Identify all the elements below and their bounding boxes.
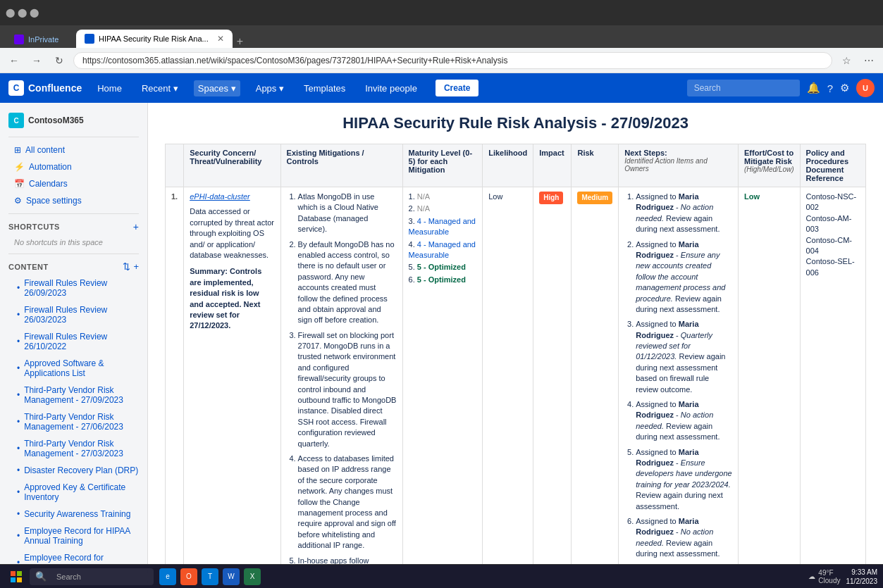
back-button[interactable]: ← (6, 52, 23, 69)
start-button[interactable] (6, 568, 27, 586)
sidebar-item-all-content[interactable]: ⊞ All content (0, 142, 147, 158)
sidebar-item-vendor-1[interactable]: • Third-Party Vendor Risk Management - 2… (0, 382, 147, 408)
notification-icon[interactable]: 🔔 (807, 82, 820, 94)
svg-rect-0 (11, 571, 16, 576)
content-add-icon[interactable]: + (133, 261, 139, 272)
tab-favicon (85, 34, 94, 44)
taskbar-excel-icon[interactable]: X (244, 568, 261, 585)
content-sort-icon[interactable]: ⇅ (123, 261, 130, 272)
page-icon-9: • (17, 487, 20, 497)
nav-recent[interactable]: Recent ▾ (137, 80, 183, 96)
taskbar-edge-icon[interactable]: e (159, 568, 176, 585)
space-header[interactable]: C ContosoM365 (0, 108, 147, 132)
sidebar-item-drp[interactable]: • Disaster Recovery Plan (DRP) (0, 462, 147, 479)
row-1-mitigation-1: Atlas MongoDB in use which is a Cloud Na… (298, 192, 397, 235)
settings-button[interactable]: ⋯ (860, 52, 877, 69)
sidebar-item-firewall-1[interactable]: • Firewall Rules Review 26/09/2023 (0, 275, 147, 301)
nav-spaces[interactable]: Spaces ▾ (194, 80, 240, 96)
row-1-concern: ePHI-data-cluster Data accessed or corru… (184, 187, 280, 565)
row-1-policy-3: Contoso-CM-004 (806, 235, 860, 257)
th-effort: Effort/Cost to Mitigate Risk (High/Med/L… (738, 144, 800, 187)
inprivate-favicon (14, 35, 24, 44)
confluence-logo[interactable]: C Confluence (8, 80, 82, 96)
row-1-concern-link[interactable]: ePHI-data-cluster (190, 192, 250, 201)
row-1-mitigation-4: Access to databases limited based on IP … (298, 453, 397, 551)
shortcuts-add-button[interactable]: + (133, 221, 139, 232)
row-1-action-2: Assigned to Maria Rodriguez - Ensure any… (636, 239, 732, 315)
th-likelihood: Likelihood (483, 144, 533, 187)
browser-chrome: ⬤⬤⬤ (0, 0, 883, 25)
user-avatar[interactable]: U (856, 79, 875, 97)
taskbar-outlook-icon[interactable]: O (180, 568, 197, 585)
content-header: CONTENT ⇅ + (0, 258, 147, 275)
sidebar-item-vendor-3[interactable]: • Third-Party Vendor Risk Management - 2… (0, 435, 147, 462)
tab-close-icon[interactable]: ✕ (217, 34, 224, 44)
content-actions: ⇅ + (123, 261, 139, 272)
th-impact: Impact (533, 144, 572, 187)
logo-letter: C (13, 83, 20, 93)
th-concern: Security Concern/ Threat/Vulnerability (184, 144, 280, 187)
th-policy: Policy and Procedures Document Reference (800, 144, 865, 187)
th-risk: Risk (572, 144, 619, 187)
taskbar-clock: 9:33 AM 11/2/2023 (846, 568, 878, 586)
weather-desc: Cloudy (818, 577, 840, 584)
sidebar-item-firewall-2[interactable]: • Firewall Rules Review 26/03/2023 (0, 301, 147, 328)
address-bar[interactable]: https://contosom365.atlassian.net/wiki/s… (73, 52, 832, 69)
sidebar-divider-2 (8, 213, 139, 214)
sidebar-item-automation[interactable]: ⚡ Automation (0, 158, 147, 175)
svg-rect-1 (17, 571, 22, 576)
time-display: 9:33 AM (846, 568, 878, 577)
automation-icon: ⚡ (14, 162, 25, 172)
taskbar-search-input[interactable] (49, 570, 148, 584)
search-input[interactable] (687, 80, 800, 96)
nav-home[interactable]: Home (93, 80, 126, 96)
star-button[interactable]: ☆ (838, 52, 855, 69)
th-effort-sub: (High/Med/Low) (744, 165, 794, 173)
taskbar-teams-icon[interactable]: T (202, 568, 218, 585)
space-name: ContosoM365 (28, 115, 84, 125)
sidebar-divider-1 (8, 137, 139, 137)
sidebar-item-software[interactable]: • Approved Software & Applications List (0, 355, 147, 382)
new-tab-button[interactable]: + (233, 35, 247, 48)
page-icon-2: • (17, 310, 20, 320)
create-button[interactable]: Create (436, 80, 478, 96)
shortcuts-label: SHORTCUTS (8, 223, 60, 231)
sidebar-item-firewall-3[interactable]: • Firewall Rules Review 26/10/2022 (0, 328, 147, 355)
page-icon-4: • (17, 363, 20, 373)
help-icon[interactable]: ? (827, 82, 833, 94)
row-1-mitigation-2: By default MongoDB has no enabled access… (298, 239, 397, 326)
sidebar-item-keys[interactable]: • Approved Key & Certificate Inventory (0, 479, 147, 506)
settings-icon[interactable]: ⚙ (840, 82, 849, 94)
row-1-likelihood: Low (483, 187, 533, 565)
nav-templates[interactable]: Templates (300, 80, 350, 96)
shortcuts-empty: No shortcuts in this space (0, 235, 147, 249)
active-tab[interactable]: HIPAA Security Rule Risk Ana... ✕ (76, 30, 233, 48)
sidebar-item-space-settings[interactable]: ⚙ Space settings (0, 192, 147, 209)
th-maturity: Maturity Level (0-5) for each Mitigation (402, 144, 483, 187)
taskbar-word-icon[interactable]: W (223, 568, 240, 585)
refresh-button[interactable]: ↻ (51, 52, 68, 69)
row-1-risk: Medium (572, 187, 619, 565)
sidebar-item-calendars[interactable]: 📅 Calendars (0, 175, 147, 192)
inprivate-tab[interactable]: InPrivate (6, 31, 76, 48)
sidebar-item-hipaa-training[interactable]: • Employee Record for HIPAA Annual Train… (0, 523, 147, 549)
sidebar-item-vendor-2[interactable]: • Third-Party Vendor Risk Management - 2… (0, 408, 147, 435)
row-1-action-4: Assigned to Maria Rodriguez - No action … (636, 399, 732, 443)
nav-apps[interactable]: Apps ▾ (252, 80, 288, 96)
row-1-maturity-1: 1. N/A (409, 192, 477, 202)
sidebar-item-awareness-training[interactable]: • Employee Record for Awareness Training (0, 549, 147, 564)
page-content: HIPAA Security Rule Risk Analysis - 27/0… (148, 103, 883, 564)
weather-display: ☁ 49°F Cloudy (808, 569, 840, 584)
th-nextsteps: Next Steps: Identified Action Items and … (619, 144, 739, 187)
row-1-impact: High (533, 187, 572, 565)
risk-table: Security Concern/ Threat/Vulnerability E… (165, 144, 866, 564)
sidebar-item-security-training[interactable]: • Security Awareness Training (0, 506, 147, 523)
table-row-1: 1. ePHI-data-cluster Data accessed or co… (166, 187, 866, 565)
taskbar-search-box[interactable]: 🔍 (30, 568, 154, 585)
forward-button[interactable]: → (28, 52, 45, 69)
shortcuts-header: SHORTCUTS + (0, 218, 147, 235)
th-mitigation: Existing Mitigations / Controls (280, 144, 402, 187)
page-icon-10: • (17, 509, 20, 519)
calendar-icon: 📅 (14, 179, 25, 189)
nav-invite[interactable]: Invite people (361, 80, 421, 96)
